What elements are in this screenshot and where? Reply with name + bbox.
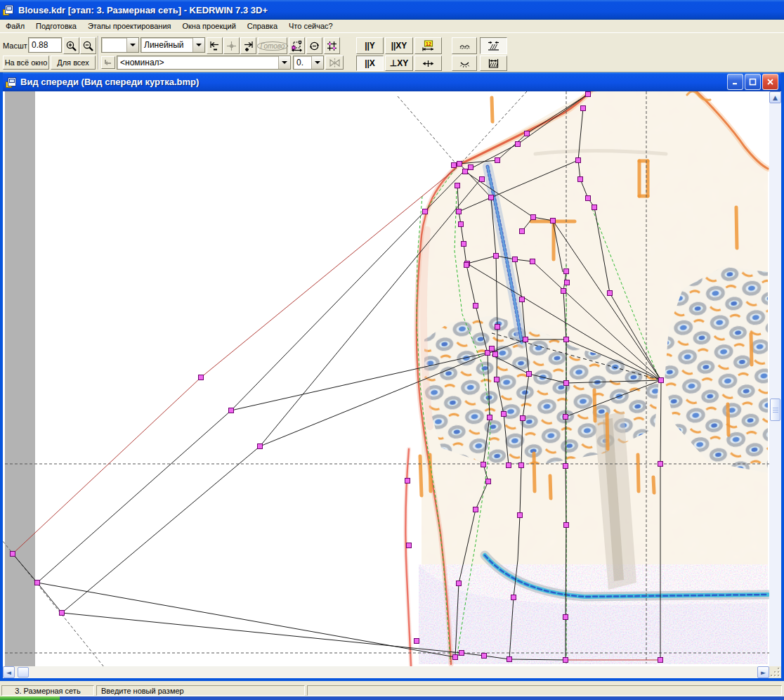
mesh-node[interactable] — [659, 378, 664, 383]
mesh-node[interactable] — [586, 196, 591, 201]
mesh-node[interactable] — [531, 215, 536, 220]
mesh-node[interactable] — [658, 462, 663, 467]
vertical-scrollbar[interactable]: ▲ ▼ — [769, 91, 781, 678]
mesh-node[interactable] — [578, 177, 583, 182]
snap-right-button[interactable] — [240, 37, 256, 54]
mesh-node[interactable] — [473, 507, 478, 512]
mesh-node[interactable] — [455, 183, 460, 188]
mesh-node[interactable] — [608, 291, 613, 296]
mesh-node[interactable] — [199, 375, 204, 380]
horizontal-scrollbar[interactable]: ◄ ► — [3, 666, 769, 678]
mesh-node[interactable] — [561, 289, 566, 294]
horizontal-scroll-thumb[interactable] — [18, 667, 29, 678]
mesh-node[interactable] — [258, 444, 263, 449]
mesh-node[interactable] — [457, 209, 462, 214]
chevron-down-icon[interactable] — [278, 56, 290, 69]
mesh-node[interactable] — [494, 254, 499, 259]
mesh-node[interactable] — [513, 257, 518, 262]
mesh-node[interactable] — [563, 615, 568, 620]
for-all-button[interactable]: Для всех — [51, 56, 96, 70]
mesh-node[interactable] — [658, 658, 663, 663]
parallel-x-button[interactable]: ||X — [356, 56, 384, 71]
mesh-node[interactable] — [423, 209, 428, 214]
eye-closed-button[interactable] — [452, 56, 477, 71]
mesh-node[interactable] — [519, 463, 524, 468]
mesh-node[interactable] — [457, 162, 462, 167]
menu-item[interactable]: Подготовка — [30, 20, 82, 32]
menu-item[interactable]: Справка — [242, 20, 283, 32]
nominal-combo[interactable]: <номинал> — [117, 56, 291, 70]
mesh-node[interactable] — [518, 513, 523, 518]
menu-item[interactable]: Этапы проектирования — [82, 20, 177, 32]
chevron-down-icon[interactable] — [126, 38, 138, 52]
line-type-combo[interactable]: Линейный — [141, 37, 205, 53]
menu-item[interactable]: Окна проекций — [177, 20, 242, 32]
dimension-12-button[interactable]: 12 — [414, 37, 442, 54]
mesh-node[interactable] — [495, 325, 500, 330]
mesh-node[interactable] — [563, 464, 568, 469]
grid-button[interactable] — [324, 37, 340, 54]
mesh-node[interactable] — [527, 372, 532, 377]
perpendicular-xy-button[interactable]: ⊥XY — [385, 56, 413, 71]
mesh-node[interactable] — [586, 92, 591, 97]
mesh-node[interactable] — [35, 581, 40, 585]
mesh-node[interactable] — [511, 595, 516, 600]
scroll-left-button[interactable]: ◄ — [3, 666, 15, 678]
empty-combo[interactable] — [101, 37, 139, 53]
eyes-open-button[interactable] — [452, 37, 477, 54]
mesh-node[interactable] — [507, 657, 512, 662]
mesh-node[interactable] — [60, 611, 65, 616]
mesh-node[interactable] — [551, 219, 556, 223]
resize-grip[interactable] — [769, 666, 781, 678]
pattern-canvas[interactable] — [3, 91, 769, 666]
mesh-node[interactable] — [462, 242, 466, 247]
projection-titlebar[interactable]: Вид спереди (Вид спереди куртка.bmp) — [3, 72, 781, 91]
minimize-button[interactable] — [727, 74, 743, 90]
mesh-node[interactable] — [482, 654, 487, 659]
mesh-node[interactable] — [520, 297, 525, 302]
mesh-node[interactable] — [407, 543, 412, 548]
scale-input[interactable]: 0.88 — [28, 37, 62, 53]
mesh-node[interactable] — [523, 337, 528, 342]
mesh-node[interactable] — [459, 651, 464, 656]
mesh-node[interactable] — [521, 416, 525, 421]
mesh-node[interactable] — [564, 381, 569, 386]
mesh-node[interactable] — [563, 658, 568, 663]
mesh-node[interactable] — [490, 346, 495, 351]
mesh-node[interactable] — [495, 377, 499, 382]
menu-item[interactable]: Что сейчас? — [283, 20, 339, 32]
menu-item[interactable]: Файл — [0, 20, 30, 32]
mesh-node[interactable] — [481, 462, 486, 467]
mesh-node[interactable] — [473, 304, 478, 309]
parallel-xy-button[interactable]: ||XY — [385, 37, 413, 54]
maximize-button[interactable] — [745, 74, 761, 90]
parallel-y-button[interactable]: ||Y — [356, 37, 384, 54]
fit-window-button[interactable]: На всё окно — [3, 56, 49, 70]
mesh-node[interactable] — [581, 106, 586, 111]
mesh-node[interactable] — [11, 552, 15, 557]
mesh-node[interactable] — [488, 415, 492, 420]
rotate-button[interactable] — [306, 37, 322, 54]
zoom-in-button[interactable] — [63, 37, 79, 54]
mesh-node[interactable] — [564, 269, 569, 274]
mesh-node[interactable] — [493, 352, 498, 357]
mesh-node[interactable] — [414, 639, 419, 644]
mesh-node[interactable] — [502, 412, 507, 417]
zero-combo[interactable]: 0. — [293, 56, 324, 70]
mesh-node[interactable] — [592, 205, 597, 210]
mesh-node[interactable] — [489, 195, 494, 200]
mesh-node[interactable] — [459, 222, 464, 227]
mesh-node[interactable] — [564, 337, 569, 342]
hatch-bracket-button[interactable] — [480, 56, 507, 71]
mesh-node[interactable] — [530, 259, 535, 264]
mesh-node[interactable] — [563, 415, 568, 420]
mesh-node[interactable] — [564, 523, 569, 528]
mesh-node[interactable] — [480, 177, 485, 182]
mesh-node[interactable] — [229, 408, 234, 413]
mesh-node[interactable] — [576, 158, 581, 163]
snap-left-button[interactable] — [207, 37, 223, 54]
mesh-node[interactable] — [507, 463, 511, 468]
mesh-node[interactable] — [525, 131, 530, 136]
hatch-dimension-button[interactable] — [480, 37, 507, 54]
axis-arrows-button[interactable] — [414, 56, 442, 71]
